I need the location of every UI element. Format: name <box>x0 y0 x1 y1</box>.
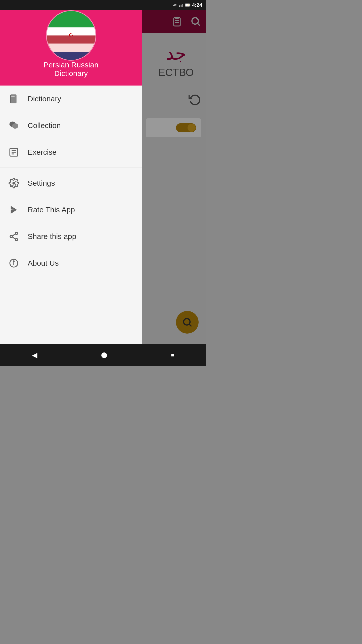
collection-label: Collection <box>28 121 61 130</box>
svg-line-30 <box>12 237 16 239</box>
sidebar-item-collection[interactable]: Collection <box>0 112 142 139</box>
battery-icon: ⚡ <box>185 3 191 7</box>
svg-rect-17 <box>11 96 15 97</box>
sidebar-item-exercise[interactable]: Exercise <box>0 139 142 166</box>
app-logo: ☪ <box>46 10 96 61</box>
svg-line-29 <box>12 234 16 236</box>
time-display: 4:24 <box>192 2 202 8</box>
app-title-line2: Dictionary <box>54 69 88 78</box>
share-icon <box>8 230 20 243</box>
list-icon <box>8 146 20 158</box>
svg-rect-0 <box>179 6 180 7</box>
nl-flag-overlay <box>47 35 96 60</box>
gear-icon <box>8 177 20 189</box>
svg-point-26 <box>15 232 18 234</box>
app-title-line1: Persian Russian <box>43 61 98 69</box>
svg-rect-1 <box>181 5 182 7</box>
nl-white-stripe <box>47 44 96 52</box>
navigation-drawer: ☪ Persian Russian Dictionary <box>0 0 142 366</box>
nl-red-stripe <box>47 35 96 44</box>
status-icons: 4G ⚡ 4:24 <box>173 2 202 8</box>
exercise-label: Exercise <box>28 148 57 156</box>
svg-rect-2 <box>182 4 183 7</box>
send-icon <box>8 204 20 216</box>
rate-label: Rate This App <box>28 206 75 214</box>
svg-marker-25 <box>11 206 17 214</box>
drawer-header: ☪ Persian Russian Dictionary <box>0 0 142 86</box>
svg-point-28 <box>15 238 18 241</box>
recents-button[interactable]: ■ <box>171 352 174 358</box>
sidebar-item-share[interactable]: Share this app <box>0 223 142 250</box>
share-label: Share this app <box>28 232 76 241</box>
svg-point-33 <box>14 261 14 262</box>
drawer-menu: Dictionary Collection Exer <box>0 86 142 366</box>
about-label: About Us <box>28 259 59 267</box>
svg-rect-4 <box>190 4 191 6</box>
menu-divider <box>0 168 142 168</box>
svg-point-19 <box>12 123 18 129</box>
settings-label: Settings <box>28 179 55 187</box>
sidebar-item-about[interactable]: About Us <box>0 250 142 276</box>
back-button[interactable]: ◀ <box>32 351 37 359</box>
sidebar-item-dictionary[interactable]: Dictionary <box>0 86 142 112</box>
book-icon <box>8 93 20 105</box>
navigation-bar: ◀ ⬤ ■ <box>0 344 206 366</box>
chat-icon <box>8 119 20 132</box>
status-bar: 4G ⚡ 4:24 <box>0 0 206 10</box>
signal-icon <box>179 3 184 7</box>
svg-text:⚡: ⚡ <box>187 4 189 6</box>
info-icon <box>8 257 20 269</box>
sidebar-item-rate[interactable]: Rate This App <box>0 196 142 223</box>
home-button[interactable]: ⬤ <box>101 352 107 358</box>
network-indicator: 4G <box>173 3 177 7</box>
sidebar-item-settings[interactable]: Settings <box>0 170 142 196</box>
dictionary-label: Dictionary <box>28 95 61 103</box>
flag-green-stripe <box>47 11 96 27</box>
svg-point-27 <box>10 235 12 238</box>
nl-blue-stripe <box>47 52 96 60</box>
